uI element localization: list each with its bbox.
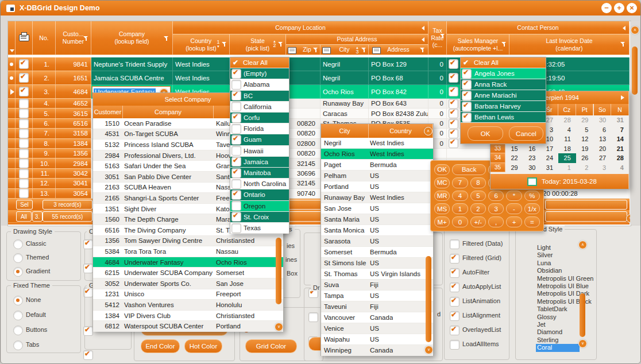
city-dropdown-item[interactable]: San JoseUS [321, 203, 433, 214]
state-list-item[interactable]: Texas [230, 223, 289, 234]
company-dropdown-scroll-thumb[interactable] [276, 238, 281, 304]
fixed_theme-radio[interactable] [13, 326, 23, 335]
style-list-item[interactable]: Coral [536, 344, 580, 351]
sales-dropdown-item[interactable]: Anne Mariachi [461, 90, 546, 101]
style-list-scroll-down-icon[interactable]: ∨ [578, 339, 587, 348]
customer-number-cell[interactable]: 3615 [56, 109, 91, 118]
calculator-button[interactable]: + [506, 216, 522, 227]
tax-rate-cell[interactable]: 0 [428, 99, 447, 109]
row-select-checkbox[interactable] [19, 149, 29, 158]
calculator-button[interactable]: = [524, 216, 540, 227]
sales-item-checkbox[interactable] [462, 80, 472, 90]
calendar-day-cell[interactable]: 23 [523, 153, 541, 163]
company-dropdown-item[interactable]: 6215Underwater SCUBA CompanySomerset [93, 268, 283, 278]
calendar-day-cell[interactable]: 20 [594, 144, 612, 154]
sales-dropdown-item[interactable]: ✔Clear All [461, 57, 546, 68]
row-select-checkbox[interactable] [19, 179, 29, 188]
address-cell[interactable]: PO Box 129 [369, 57, 428, 71]
calculator-button[interactable]: 5 [470, 191, 486, 202]
column-state-header[interactable]: State (pick list)▲2 [230, 34, 286, 55]
sales-manager-checkbox[interactable] [449, 99, 458, 109]
company-dropdown-item[interactable]: 1356Tom Sawyer Diving CentreChristianste… [93, 236, 283, 247]
scroll-collapse-icon[interactable]: ∧ [631, 26, 639, 34]
glyphs-checkbox-2[interactable] [83, 350, 93, 360]
customer-number-cell[interactable]: 1356 [56, 149, 91, 158]
style-list-item[interactable]: Metropolis UI Green [536, 275, 580, 282]
city-dropdown-item[interactable]: Runaway BayWest Indies [321, 192, 433, 203]
calendar-day-cell[interactable]: 28 [611, 153, 629, 163]
state-item-checkbox[interactable] [231, 190, 241, 200]
calendar-day-cell[interactable]: 4 [611, 163, 629, 173]
filter-checkbox[interactable] [450, 326, 459, 335]
company-dropdown-item[interactable]: 6812Waterspout SCUBA CenterPortland [93, 321, 283, 332]
zip-cell[interactable]: 00820 [286, 119, 320, 129]
company-dropdown-scroll-down-icon[interactable]: ∨ [275, 323, 283, 331]
column-no-header[interactable]: No. [33, 21, 56, 55]
customer-number-cell[interactable]: 3054 [56, 189, 91, 199]
city-dropdown-item[interactable]: VancouverCanada [321, 312, 433, 323]
collapse-left-icon[interactable] [422, 26, 424, 30]
zip-cell[interactable] [286, 71, 320, 85]
company-dropdown-item[interactable]: 5412Vashon VenturesHonolulu [93, 300, 283, 311]
group-contact-person[interactable]: Contact Person [447, 21, 630, 34]
style-list-item[interactable]: Light [536, 244, 580, 251]
country-cell[interactable]: West Indies [173, 71, 230, 85]
sales-item-checkbox[interactable] [462, 91, 472, 100]
sales-manager-checkbox[interactable] [449, 119, 458, 129]
city-dropdown-scroll-thumb[interactable] [426, 256, 431, 342]
title-bar[interactable]: X-DBGrid Design Demo [1, 1, 641, 16]
city-dropdown-item[interactable]: NegrilWest Indies [321, 138, 433, 149]
column-address-header-filter-icon[interactable] [420, 48, 425, 52]
sales-item-checkbox[interactable] [462, 113, 472, 122]
column-indicator-header[interactable] [8, 21, 16, 55]
calendar-day-cell[interactable]: 30 [594, 115, 612, 125]
sales-manager-checkbox[interactable] [449, 59, 458, 69]
filter-checkbox[interactable] [450, 282, 459, 292]
row-select-checkbox[interactable] [19, 139, 29, 149]
row-select-checkbox[interactable] [19, 119, 29, 129]
state-item-checkbox[interactable] [231, 201, 241, 211]
column-city-header[interactable]: City▲3 [320, 45, 369, 55]
state-list-item[interactable]: Alabama [230, 79, 289, 90]
calculator-button[interactable]: OK [434, 164, 450, 175]
city-dropdown-col-city[interactable]: City [321, 124, 369, 138]
row-select-checkbox[interactable] [19, 109, 29, 118]
tax-rate-cell[interactable]: 0 [428, 109, 447, 118]
row-select-cell[interactable] [16, 169, 33, 179]
row-select-checkbox[interactable] [19, 129, 29, 138]
drawing_style-radio[interactable] [13, 267, 23, 277]
sales-dropdown-item[interactable]: Bethan Lewis [461, 112, 546, 123]
calendar-day-cell[interactable]: 29 [576, 115, 594, 125]
sales-item-checkbox[interactable] [462, 102, 472, 111]
calculator-button[interactable]: +/- [470, 216, 486, 227]
city-dropdown-item[interactable]: VeniceUS [321, 323, 433, 334]
column-sales-manager-header-filter-icon[interactable] [501, 42, 507, 47]
city-dropdown-item[interactable]: TampaUS [321, 291, 433, 301]
calendar-day-cell[interactable]: 11 [558, 134, 576, 144]
state-list-item[interactable]: BC [230, 91, 289, 102]
calculator-button[interactable]: Back [452, 164, 486, 175]
customer-number-cell[interactable]: 3158 [56, 129, 91, 138]
calendar-day-cell[interactable]: 31 [540, 163, 558, 173]
calendar-day-cell[interactable]: 5 [576, 125, 594, 135]
sales-cancel-button[interactable]: Cancel [509, 126, 543, 141]
column-customer-number-header[interactable]: Custo... Number [56, 21, 91, 55]
state-item-checkbox[interactable] [231, 135, 241, 145]
company-cell[interactable]: Jamaica SCUBA Centre [91, 71, 173, 85]
calculator-button[interactable]: % [524, 191, 540, 202]
row-select-checkbox[interactable] [19, 73, 29, 83]
filter-checkbox[interactable] [450, 340, 459, 350]
style-list-item[interactable]: Metropolis UI Blue [536, 282, 580, 290]
calculator-button[interactable]: 1/x [524, 203, 540, 214]
calendar-day-cell[interactable]: 24 [540, 153, 558, 163]
filter-checkbox[interactable] [450, 254, 459, 264]
calculator-button[interactable]: - [506, 203, 522, 214]
calendar-day-cell[interactable]: 28 [558, 115, 576, 125]
sales-ok-button[interactable]: OK [468, 126, 503, 141]
style-list-item[interactable]: Luna [536, 260, 580, 267]
state-list-item[interactable]: Corfu [230, 113, 289, 123]
calculator-button[interactable]: 2 [470, 203, 486, 214]
country-cell[interactable]: West Indies [173, 57, 230, 71]
row-select-checkbox[interactable] [19, 99, 29, 109]
state-item-checkbox[interactable] [231, 146, 241, 156]
